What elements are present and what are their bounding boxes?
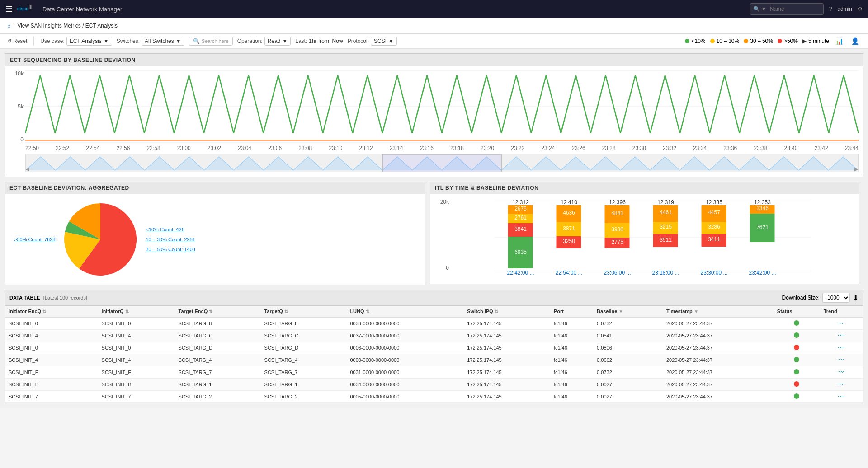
use-case-value: ECT Analysis: [70, 38, 102, 44]
cell-switch-ip: 172.25.174.145: [463, 366, 550, 379]
cell-timestamp: 2020-05-27 23:44:37: [663, 342, 774, 354]
col-target[interactable]: TargetQ ⇅: [261, 306, 347, 317]
table-row: SCSI_INIT_4 SCSI_INIT_4 SCSI_TARG_C SCSI…: [5, 330, 863, 342]
global-search-input[interactable]: [766, 5, 821, 14]
cell-switch-ip: 172.25.174.145: [463, 342, 550, 354]
search-box-toolbar[interactable]: 🔍 Search here: [189, 37, 233, 46]
chart-toggle-button[interactable]: 📊: [834, 37, 845, 46]
cell-timestamp: 2020-05-27 23:44:37: [663, 391, 774, 403]
legend-low-link[interactable]: <10% Count: 426: [146, 227, 195, 232]
col-trend[interactable]: Trend: [820, 306, 863, 317]
help-icon[interactable]: ?: [829, 6, 832, 12]
trend-icon[interactable]: 〰: [838, 393, 844, 400]
cell-initiator: SCSI_INIT_0: [98, 342, 175, 354]
cell-trend: 〰: [820, 342, 863, 354]
cell-status: [774, 342, 820, 354]
legend-mid-low-dot: [710, 39, 715, 43]
cell-baseline: 0.0027: [593, 379, 663, 391]
svg-text:cisco: cisco: [17, 6, 29, 11]
cell-baseline: 0.0027: [593, 391, 663, 403]
user-icon-button[interactable]: 👤: [849, 37, 861, 46]
col-baseline[interactable]: Baseline ▼: [593, 306, 663, 317]
scroll-right-btn[interactable]: ▶: [854, 167, 858, 172]
protocol-dropdown[interactable]: SCSI ▼: [371, 37, 397, 46]
cell-target-enc: SCSI_TARG_4: [175, 354, 261, 366]
col-status[interactable]: Status: [774, 306, 820, 317]
use-case-dropdown[interactable]: ECT Analysis ▼: [66, 37, 112, 46]
switches-dropdown[interactable]: All Switches ▼: [142, 37, 184, 46]
x-label-22: 23:34: [693, 145, 707, 151]
y-axis: 10k 5k 0: [9, 70, 25, 143]
cell-lun: 0006-0000-0000-0000: [346, 342, 463, 354]
table-row: SCSI_INIT_B SCSI_INIT_B SCSI_TARG_1 SCSI…: [5, 379, 863, 391]
bar-y-max: 20k: [440, 199, 449, 205]
toolbar: ↺ Reset Use case: ECT Analysis ▼ Switche…: [0, 34, 868, 49]
trend-icon[interactable]: 〰: [838, 320, 844, 327]
cell-target: SCSI_TARG_4: [261, 354, 347, 366]
ect-sequencing-chart[interactable]: 10k 5k 0: [5, 66, 863, 177]
settings-icon[interactable]: ⚙: [858, 6, 863, 12]
download-size-select[interactable]: 1000 500 100: [822, 293, 850, 303]
cell-trend: 〰: [820, 330, 863, 342]
trend-icon[interactable]: 〰: [838, 344, 844, 351]
cell-timestamp: 2020-05-27 23:44:37: [663, 366, 774, 379]
cell-timestamp: 2020-05-27 23:44:37: [663, 330, 774, 342]
cell-port: fc1/46: [550, 317, 593, 330]
legend-mid-high-link[interactable]: 30 – 50% Count: 1408: [146, 247, 195, 252]
home-icon[interactable]: ⌂: [7, 23, 10, 29]
trend-icon[interactable]: 〰: [838, 369, 844, 376]
navbar: ☰ cisco |||| Data Center Network Manager…: [0, 0, 868, 18]
trend-icon[interactable]: 〰: [838, 356, 844, 364]
x-label-13: 23:16: [420, 145, 434, 151]
legend-high-link[interactable]: >50% Count: 7628: [14, 237, 55, 242]
cell-target-enc: SCSI_TARG_1: [175, 379, 261, 391]
breadcrumb-path: View SAN Insights Metrics / ECT Analysis: [17, 23, 118, 29]
col-timestamp[interactable]: Timestamp ▼: [663, 306, 774, 317]
cell-target-enc: SCSI_TARG_2: [175, 391, 261, 403]
col-initiator-enc[interactable]: Initiator EncQ ⇅: [5, 306, 98, 317]
table-row: SCSI_INIT_0 SCSI_INIT_0 SCSI_TARG_8 SCSI…: [5, 317, 863, 330]
col-port[interactable]: Port: [550, 306, 593, 317]
legend-high: >50%: [778, 38, 798, 44]
x-label-2: 22:54: [86, 145, 99, 151]
legend-time: ▶ 5 minute: [802, 38, 829, 44]
legend-low-dot: [685, 39, 689, 43]
operation-dropdown[interactable]: Read ▼: [264, 37, 291, 46]
reset-button[interactable]: ↺ Reset: [7, 38, 27, 44]
cell-trend: 〰: [820, 391, 863, 403]
y-min-label: 0: [20, 136, 24, 143]
col-switch-ip[interactable]: Switch IPQ ⇅: [463, 306, 550, 317]
col-lun[interactable]: LUNQ ⇅: [346, 306, 463, 317]
x-axis-labels: 22:50 22:52 22:54 22:56 22:58 23:00 23:0…: [25, 144, 859, 152]
trend-icon[interactable]: 〰: [838, 381, 844, 388]
svg-text:23:30:00 ...: 23:30:00 ...: [700, 270, 727, 276]
cisco-logo-icon: cisco ||||: [16, 5, 39, 14]
chart-wrapper: 10k 5k 0: [9, 70, 859, 172]
x-label-6: 23:02: [208, 145, 221, 151]
cell-timestamp: 2020-05-27 23:44:37: [663, 354, 774, 366]
minimap[interactable]: ◀ ▶: [25, 154, 859, 172]
chevron-down-icon-4: ▼: [388, 38, 394, 44]
breadcrumb-separator: |: [13, 23, 14, 29]
cell-switch-ip: 172.25.174.145: [463, 391, 550, 403]
cell-target-enc: SCSI_TARG_7: [175, 366, 261, 379]
cell-trend: 〰: [820, 354, 863, 366]
scroll-left-btn[interactable]: ◀: [26, 167, 29, 172]
col-target-enc[interactable]: Target EncQ ⇅: [175, 306, 261, 317]
switches-label: Switches:: [117, 38, 140, 44]
svg-text:4636: 4636: [563, 210, 575, 216]
pie-chart-area: >50% Count: 7628 <10% Count: 426 10 –: [5, 194, 425, 285]
legend-mid-low-link[interactable]: 10 – 30% Count: 2951: [146, 237, 195, 242]
data-table-header: DATA TABLE [Latest 100 records] Download…: [5, 290, 863, 306]
hamburger-menu[interactable]: ☰: [5, 4, 13, 14]
trend-icon[interactable]: 〰: [838, 332, 844, 339]
operation-group: Operation: Read ▼: [237, 37, 291, 46]
data-table-scroll[interactable]: Initiator EncQ ⇅ InitiatorQ ⇅ Target Enc…: [5, 306, 863, 403]
table-body: SCSI_INIT_0 SCSI_INIT_0 SCSI_TARG_8 SCSI…: [5, 317, 863, 403]
itl-baseline-header: ITL BY TIME & BASELINE DEVIATION: [430, 182, 859, 194]
reset-icon: ↺: [7, 38, 12, 44]
cell-lun: 0031-0000-0000-0000: [346, 366, 463, 379]
cell-lun: 0034-0000-0000-0000: [346, 379, 463, 391]
download-icon[interactable]: ⬇: [853, 294, 859, 302]
col-initiator[interactable]: InitiatorQ ⇅: [98, 306, 175, 317]
